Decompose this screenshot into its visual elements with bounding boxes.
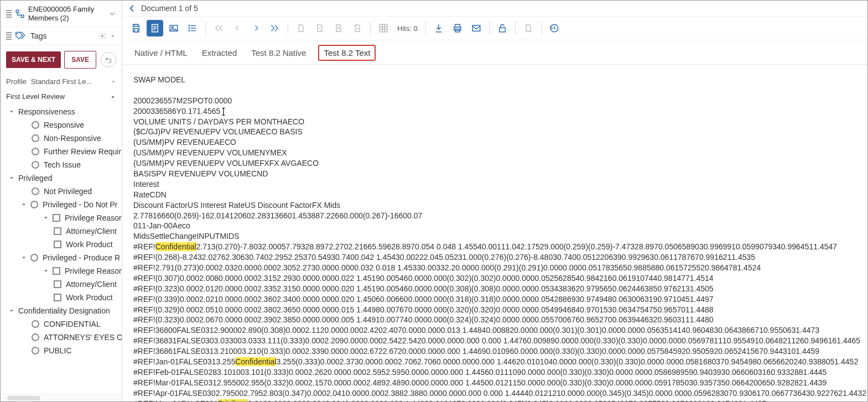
group-privileged[interactable]: Privileged [1,171,122,185]
drag-handle-icon[interactable] [6,32,12,40]
chevron-down-icon [111,79,116,85]
sidebar-header: ENE0000005 Family Members (2) [1,1,122,27]
coding-tree: Responsiveness Responsive Non-Responsive… [1,104,122,394]
option-attorney-client[interactable]: Attorney/Client [1,225,122,238]
profile-label: Profile [6,77,27,86]
option-tech-issue[interactable]: Tech Issue [1,158,122,171]
image-view-button[interactable] [165,20,182,36]
list-view-button[interactable] [184,20,201,36]
option-further-review[interactable]: Further Review Requir [1,145,122,158]
svg-rect-0 [16,10,19,13]
review-section-header[interactable]: First Level Review [1,89,122,104]
doc-line: (US/MM)PV REVENUEPV VOLUMEFXFX AVGAECO [133,158,856,169]
caret-down-icon [43,268,49,274]
drag-handle-icon[interactable] [6,10,12,18]
doc-line: MidsSettleChangeINPUTMIDS [133,231,856,242]
save-and-next-button[interactable]: SAVE & NEXT [6,51,61,68]
doc-line: 2000236557M2SPOT0.0000 [133,96,856,106]
tab-extracted[interactable]: Extracted [200,45,239,64]
document-counter: Document 1 of 5 [141,4,198,13]
collapse-icon[interactable] [110,33,116,39]
print-button[interactable] [449,20,466,36]
doc-line: Interest [133,179,856,190]
group-responsiveness[interactable]: Responsiveness [1,105,122,118]
page-icon-1[interactable] [293,20,309,36]
option-attorneys-eyes[interactable]: ATTORNEYS' EYES ON [1,331,122,344]
page-icon-5[interactable] [520,20,537,36]
option-not-privileged[interactable]: Not Privileged [1,185,122,198]
doc-line: #REF!Confidential2.713(0.270)-7.8032.000… [133,242,856,252]
doc-line: #REF!(0.268)-8.2432.02762.30630.7402.295… [133,252,856,263]
svg-rect-5 [134,29,138,32]
svg-rect-4 [134,24,138,27]
option-label: Privileged - Do Not Pr [43,200,117,209]
option-work-product-2[interactable]: Work Product [1,291,122,304]
doc-line: 011-Jan-00Aeco [133,221,856,231]
profile-select[interactable]: Standard First Le... [31,77,116,86]
doc-line: VOLUME UNITS / DAYDAYS PER MONTHAECO [133,117,856,127]
caret-down-icon [43,215,49,221]
option-priv-produce-redacted[interactable]: Privileged - Produce R [1,251,122,264]
email-button[interactable] [468,20,485,36]
tab-test-82-native[interactable]: Test 8.2 Native [249,45,308,64]
chevron-down-icon[interactable] [108,10,116,18]
page-icon-3[interactable] [330,20,347,36]
horizontal-scrollbar[interactable] [1,394,122,401]
document-nav-bar: Document 1 of 5 [122,1,867,17]
option-non-responsive[interactable]: Non-Responsive [1,132,122,145]
option-priv-do-not-produce[interactable]: Privileged - Do Not Pr [1,198,122,211]
option-label: Privileged - Produce R [43,253,120,262]
doc-line: #REF!(0.323)0.0002.0670.0000.0002.3902.3… [133,315,856,325]
group-privilege-reason[interactable]: Privilege Reason [1,211,122,225]
group-confidentiality[interactable]: Confidentiality Designation [1,304,122,317]
save-icon-button[interactable] [128,20,144,36]
svg-point-16 [189,28,190,29]
checkbox-icon [54,241,61,248]
doc-line: #REF!Mar-01FALSE0312.955002.955(0.332)0.… [133,378,856,388]
doc-line: #REF!36800FALSE0312.900002.890(0.308)0.0… [133,325,856,336]
caret-down-icon [8,175,15,181]
doc-line: 2000336586Y0.171.4565 [133,106,856,117]
grid-icon-button[interactable] [375,20,392,36]
history-button[interactable] [546,20,563,36]
option-work-product[interactable]: Work Product [1,238,122,251]
tab-test-82-text[interactable]: Test 8.2 Text [318,45,376,61]
caret-down-icon [20,254,27,261]
last-page-button[interactable] [267,20,283,36]
save-button[interactable]: SAVE [64,51,96,69]
radio-icon [30,201,38,208]
option-label: Work Product [66,293,113,302]
radio-icon [32,187,39,195]
first-page-button[interactable] [210,20,227,36]
chevron-up-icon [110,93,116,100]
back-arrow-icon[interactable] [128,4,137,13]
page-icon-4[interactable] [349,20,366,36]
toolbar-separator [541,22,542,35]
document-view-button[interactable] [147,20,163,36]
toolbar-separator [205,22,206,35]
option-public[interactable]: PUBLIC [1,344,122,357]
option-attorney-client-2[interactable]: Attorney/Client [1,278,122,291]
doc-line: RateCDN [133,190,856,200]
download-button[interactable] [430,20,447,36]
profile-value: Standard First Le... [31,77,92,86]
highlight-privilege: Privilege [218,399,248,401]
doc-line: #REF!(0.339)0.0002.0210.0000.0002.3602.3… [133,294,856,305]
gear-icon[interactable] [98,32,106,40]
toolbar-separator [288,22,288,35]
unlock-button[interactable] [494,20,511,36]
group-privilege-reason-2[interactable]: Privilege Reason [1,264,122,278]
page-icon-2[interactable] [311,20,328,36]
next-page-button[interactable] [248,20,264,36]
tab-native-html[interactable]: Native / HTML [132,45,190,64]
option-confidential[interactable]: CONFIDENTIAL [1,317,122,331]
viewer-toolbar: Hits: 0 [122,17,867,40]
option-label: Not Privileged [44,187,92,196]
option-label: Non-Responsive [44,134,101,143]
prev-page-button[interactable] [229,20,246,36]
doc-line: 2.77816660(0.269)-162.014120602.28313660… [133,211,856,221]
doc-line: Discount FactorUS Interest RateUS Discou… [133,200,856,211]
radio-icon [32,333,39,341]
undo-button[interactable] [101,52,116,67]
option-responsive[interactable]: Responsive [1,118,122,132]
